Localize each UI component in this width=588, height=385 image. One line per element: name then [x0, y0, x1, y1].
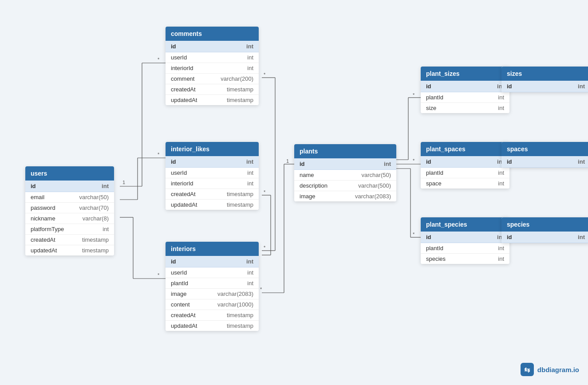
table-sizes-id-row: id int [501, 81, 588, 92]
table-row: createdAt timestamp [25, 235, 114, 245]
logo-area: ⇆ dbdiagram.io [521, 363, 579, 376]
table-row: updatedAt timestamp [25, 245, 114, 255]
table-sizes: sizes id int [501, 67, 588, 92]
svg-text:*: * [264, 245, 266, 250]
svg-text:*: * [158, 152, 160, 157]
table-plant-species-header: plant_species [421, 217, 509, 232]
svg-text:*: * [264, 72, 266, 77]
table-spaces-header: spaces [501, 142, 588, 156]
table-row: updatedAt timestamp [166, 321, 259, 331]
table-interior-likes-id-row: id int [166, 156, 259, 168]
table-comments-id-row: id int [166, 41, 259, 52]
svg-text:*: * [413, 92, 415, 98]
table-row: plantId int [421, 168, 509, 178]
table-interior-likes: interior_likes id int userId int interio… [166, 142, 259, 210]
diagram-container: 1 * * * * * * * 1 1 * [0, 0, 588, 385]
logo-text: dbdiagram.io [537, 366, 579, 373]
table-interiors-id-row: id int [166, 256, 259, 267]
table-row: createdAt timestamp [166, 189, 259, 200]
svg-text:1: 1 [122, 180, 125, 185]
table-plant-sizes: plant_sizes id int plantId int size int [421, 67, 509, 113]
table-comments-header: comments [166, 27, 259, 41]
table-row: createdAt timestamp [166, 84, 259, 95]
table-interiors: interiors id int userId int plantId int … [166, 242, 259, 331]
table-users-header: users [25, 166, 114, 181]
svg-text:1: 1 [286, 158, 289, 164]
table-species-header: species [501, 217, 588, 232]
svg-text:*: * [413, 158, 415, 163]
table-row: updatedAt timestamp [166, 200, 259, 210]
table-species-id-row: id int [501, 232, 588, 243]
svg-text:*: * [158, 272, 160, 278]
table-row: plantId int [421, 92, 509, 103]
table-row: name varchar(50) [294, 170, 396, 181]
table-row: platformType int [25, 224, 114, 235]
table-plant-sizes-id-row: id int [421, 81, 509, 92]
table-species: species id int [501, 217, 588, 243]
svg-text:*: * [413, 232, 415, 237]
table-row: nickname varchar(8) [25, 213, 114, 224]
table-plant-spaces-id-row: id int [421, 156, 509, 168]
table-row: content varchar(1000) [166, 299, 259, 310]
table-row: email varchar(50) [25, 192, 114, 203]
table-row: userId int [166, 267, 259, 278]
table-spaces: spaces id int [501, 142, 588, 168]
table-row: size int [421, 103, 509, 113]
table-plant-spaces-header: plant_spaces [421, 142, 509, 156]
table-row: interiorId int [166, 178, 259, 189]
table-plants: plants id int name varchar(50) descripti… [294, 144, 396, 201]
table-row: description varchar(500) [294, 181, 396, 191]
table-row: image varchar(2083) [166, 289, 259, 299]
table-row: image varchar(2083) [294, 191, 396, 201]
table-plant-species: plant_species id int plantId int species… [421, 217, 509, 264]
svg-text:*: * [158, 57, 160, 62]
table-interiors-header: interiors [166, 242, 259, 256]
table-row: comment varchar(200) [166, 74, 259, 84]
table-plants-header: plants [294, 144, 396, 158]
svg-text:*: * [264, 189, 266, 195]
table-plant-sizes-header: plant_sizes [421, 67, 509, 81]
table-row: password varchar(70) [25, 203, 114, 213]
table-users-id-row: id int [25, 181, 114, 192]
table-sizes-header: sizes [501, 67, 588, 81]
svg-text:*: * [260, 287, 262, 292]
table-users: users id int email varchar(50) password … [25, 166, 114, 255]
table-row: plantId int [421, 243, 509, 254]
logo-icon: ⇆ [521, 363, 534, 376]
table-plant-spaces: plant_spaces id int plantId int space in… [421, 142, 509, 189]
table-row: updatedAt timestamp [166, 95, 259, 105]
table-plant-species-id-row: id int [421, 232, 509, 243]
table-comments: comments id int userId int interiorId in… [166, 27, 259, 105]
logo-icon-symbol: ⇆ [524, 365, 530, 374]
table-row: createdAt timestamp [166, 310, 259, 321]
table-spaces-id-row: id int [501, 156, 588, 168]
table-row: userId int [166, 52, 259, 63]
table-interior-likes-header: interior_likes [166, 142, 259, 156]
table-row: interiorId int [166, 63, 259, 74]
table-row: species int [421, 254, 509, 264]
table-row: space int [421, 178, 509, 189]
table-row: plantId int [166, 278, 259, 289]
table-plants-id-row: id int [294, 158, 396, 170]
table-row: userId int [166, 168, 259, 178]
